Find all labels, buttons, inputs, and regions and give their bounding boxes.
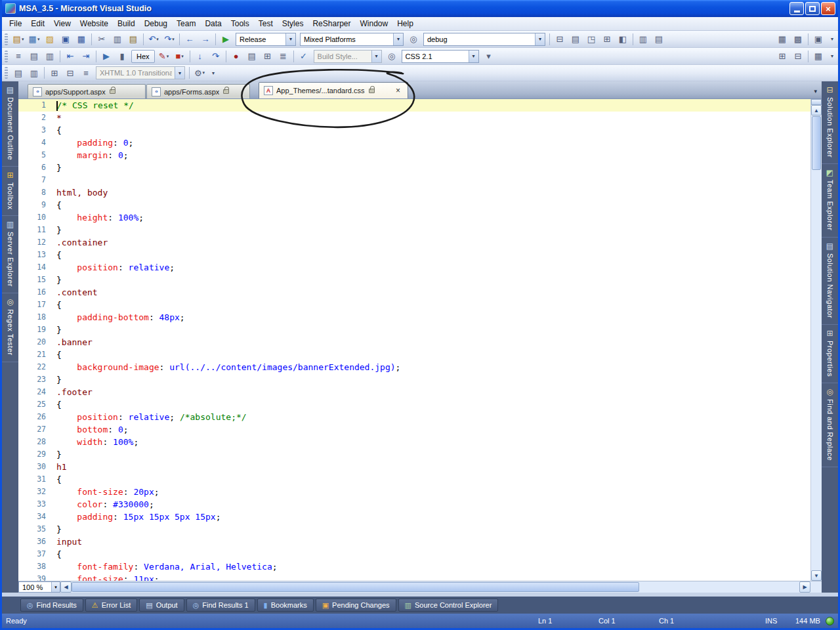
toolbox-icon[interactable]: ⊞ <box>600 32 614 47</box>
code-line[interactable]: 1/* CSS reset */ <box>18 99 810 112</box>
bottom-tab-find-results[interactable]: ◎Find Results <box>20 598 83 612</box>
bottom-tab-bookmarks[interactable]: ▮Bookmarks <box>257 598 314 612</box>
panel-tab-properties[interactable]: ⊞Properties <box>822 325 838 383</box>
menu-item-tools[interactable]: Tools <box>226 18 254 30</box>
code-line[interactable]: 38 font-family: Verdana, Arial, Helvetic… <box>18 560 810 573</box>
format-document-icon[interactable]: ▤ <box>11 66 26 80</box>
menu-item-window[interactable]: Window <box>355 18 392 30</box>
panel-tab-toolbox[interactable]: ⊞Toolbox <box>2 167 18 216</box>
menu-item-build[interactable]: Build <box>113 18 140 30</box>
combo-dropdown-icon[interactable]: ▾ <box>175 67 184 79</box>
tab-list-dropdown-icon[interactable]: ▾ <box>814 88 817 94</box>
solution-configurations-combo[interactable]: Release▾ <box>236 33 296 46</box>
open-file-icon[interactable]: ▨ <box>43 32 57 47</box>
style-search-icon[interactable]: ◎ <box>385 49 399 64</box>
code-line[interactable]: 36input <box>18 536 810 548</box>
hex-toggle[interactable]: Hex <box>131 50 155 63</box>
menu-item-debug[interactable]: Debug <box>140 18 172 30</box>
indent-increase-icon[interactable]: ⇥ <box>79 49 93 64</box>
zoom-combo[interactable]: 100 % ▾ <box>18 581 60 593</box>
macro-explorer-icon[interactable]: ▩ <box>791 32 805 47</box>
extension-manager-icon[interactable]: ▦ <box>775 32 789 47</box>
panel-tab-solution-navigator[interactable]: ▤Solution Navigator <box>822 238 838 325</box>
outline-collapse-icon[interactable]: ⊟ <box>63 66 77 80</box>
call-stack-icon[interactable]: ≣ <box>276 49 291 64</box>
scroll-right-icon[interactable]: ▶ <box>799 581 810 593</box>
code-line[interactable]: 37{ <box>18 548 810 560</box>
code-line[interactable]: 24.footer <box>18 386 810 398</box>
close-tab-icon[interactable]: × <box>393 86 403 96</box>
break-all-icon[interactable]: ▮ <box>115 49 129 64</box>
undo-icon[interactable]: ↶▾ <box>146 32 161 47</box>
html-designer-icon[interactable]: ⊟ <box>791 49 805 64</box>
combo-dropdown-icon[interactable]: ▾ <box>285 33 295 45</box>
save-icon[interactable]: ▣ <box>58 32 73 47</box>
document-tab-app-themes-tandard-css[interactable]: App_Themes/...tandard.css× <box>259 82 408 98</box>
code-line[interactable]: 8html, body <box>18 186 810 199</box>
navigate-forward-icon[interactable]: → <box>198 32 213 47</box>
help-icon[interactable]: ▣ <box>811 32 826 47</box>
step-into-icon[interactable]: ↓ <box>193 49 207 64</box>
code-line[interactable]: 15} <box>18 274 810 286</box>
watch-window-icon[interactable]: ⊞ <box>261 49 275 64</box>
scroll-up-icon[interactable]: ▲ <box>811 105 822 116</box>
copy-icon[interactable]: ▥ <box>110 32 125 47</box>
solution-explorer-icon[interactable]: ⊟ <box>553 32 567 47</box>
menu-item-data[interactable]: Data <box>200 18 226 30</box>
css-version-combo[interactable]: CSS 2.1▾ <box>402 50 479 63</box>
code-line[interactable]: 4 padding: 0; <box>18 136 810 149</box>
panel-tab-document-outline[interactable]: ▤Document Outline <box>2 81 18 167</box>
menu-item-team[interactable]: Team <box>172 18 200 30</box>
redo-icon[interactable]: ↷▾ <box>162 32 177 47</box>
save-all-icon[interactable]: ▦ <box>74 32 89 47</box>
menu-item-test[interactable]: Test <box>254 18 278 30</box>
doctype-combo[interactable]: XHTML 1.0 Transitional▾ <box>96 66 185 79</box>
cut-icon[interactable]: ✂ <box>94 32 109 47</box>
new-project-icon[interactable]: ▤▾ <box>11 32 26 47</box>
quick-info-icon[interactable]: ▥ <box>43 49 57 64</box>
panel-tab-server-explorer[interactable]: ▥Server Explorer <box>2 216 18 293</box>
properties-window-icon[interactable]: ▤ <box>568 32 583 47</box>
title-bar[interactable]: MSA_3.5 - Microsoft Visual Studio × <box>2 0 838 17</box>
find-combo[interactable]: debug▾ <box>423 33 545 46</box>
combo-dropdown-icon[interactable]: ▾ <box>393 33 403 45</box>
bottom-tab-pending-changes[interactable]: ▣Pending Changes <box>316 598 396 612</box>
output-window-icon[interactable]: ▤ <box>245 49 259 64</box>
vertical-scroll-track[interactable] <box>811 171 822 570</box>
code-line[interactable]: 32 font-size: 20px; <box>18 486 810 498</box>
menu-item-help[interactable]: Help <box>392 18 418 30</box>
code-line[interactable]: 39 font-size: 11px; <box>18 573 810 581</box>
close-button[interactable]: × <box>821 2 835 15</box>
code-line[interactable]: 17{ <box>18 299 810 311</box>
toolbar-grip[interactable] <box>5 51 8 62</box>
highlight-color-icon[interactable]: ■▾ <box>173 49 187 64</box>
code-line[interactable]: 12.container <box>18 236 810 249</box>
code-line[interactable]: 22 background-image: url(../../content/i… <box>18 361 810 373</box>
panel-tab-regex-tester[interactable]: ◎Regex Tester <box>2 293 18 362</box>
restore-button[interactable] <box>805 2 820 15</box>
view-in-browser-icon[interactable]: ▶ <box>99 49 114 64</box>
horizontal-scroll-track[interactable] <box>72 581 799 593</box>
object-browser-icon[interactable]: ◳ <box>584 32 598 47</box>
panel-tab-team-explorer[interactable]: ◩Team Explorer <box>822 164 838 237</box>
navigate-backward-icon[interactable]: ← <box>182 32 197 47</box>
menu-item-file[interactable]: File <box>5 18 26 30</box>
options-icon[interactable]: ▦ <box>811 49 826 64</box>
menu-item-edit[interactable]: Edit <box>26 18 49 30</box>
add-new-item-icon[interactable]: ▦▾ <box>27 32 41 47</box>
code-line[interactable]: 29} <box>18 448 810 461</box>
immediate-window-icon[interactable]: ▤ <box>652 32 666 47</box>
css-options-icon[interactable]: ▾ <box>482 49 496 64</box>
code-line[interactable]: 3{ <box>18 124 810 136</box>
document-tab-apps-support-aspx[interactable]: apps/Support.aspx <box>28 84 146 98</box>
code-line[interactable]: 11} <box>18 224 810 236</box>
validation-options-icon[interactable]: ⚙▾ <box>192 66 207 80</box>
toolbar-overflow-icon[interactable]: ▾ <box>828 49 837 64</box>
code-line[interactable]: 25{ <box>18 398 810 411</box>
indent-decrease-icon[interactable]: ⇤ <box>63 49 77 64</box>
build-style-combo[interactable]: Build Style...▾ <box>314 50 382 63</box>
code-line[interactable]: 31{ <box>18 473 810 486</box>
code-line[interactable]: 28 width: 100%; <box>18 436 810 448</box>
panel-tab-solution-explorer[interactable]: ⊟Solution Explorer <box>822 81 838 164</box>
toolbar-grip[interactable] <box>5 33 8 45</box>
